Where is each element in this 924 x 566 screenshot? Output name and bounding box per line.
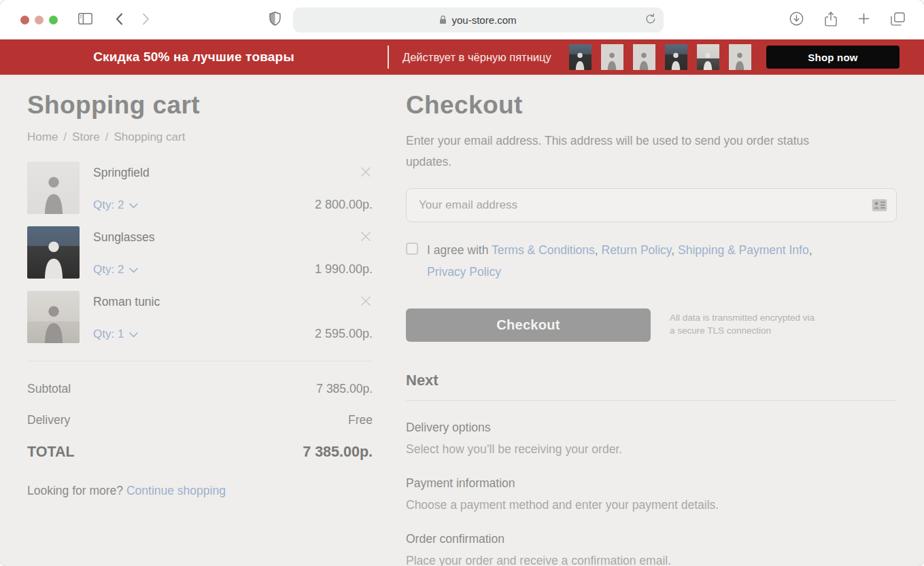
url-text: you-store.com xyxy=(451,14,516,26)
shop-now-button[interactable]: Shop now xyxy=(766,46,900,69)
share-icon xyxy=(825,12,837,29)
chevron-down-icon xyxy=(129,198,138,212)
cart-items-list: Springfield Qty: 2 2 800.00р. Sunglasse xyxy=(27,162,373,343)
total-label: TOTAL xyxy=(27,444,75,461)
plus-icon xyxy=(858,13,870,26)
delivery-row: Delivery Free xyxy=(27,413,373,427)
breadcrumb-store[interactable]: Store xyxy=(72,130,100,143)
breadcrumb-current: Shopping cart xyxy=(114,130,185,143)
remove-item-button[interactable] xyxy=(359,294,373,310)
page-content: Shopping cart Home/Store/Shopping cart S… xyxy=(0,75,924,566)
close-icon xyxy=(360,231,371,244)
breadcrumb-home[interactable]: Home xyxy=(27,130,58,143)
reload-button[interactable] xyxy=(645,13,656,26)
product-name: Springfield xyxy=(93,166,150,180)
downloads-button[interactable] xyxy=(788,10,805,29)
step-title: Delivery options xyxy=(406,421,897,435)
return-policy-link[interactable]: Return Policy xyxy=(602,243,672,257)
promo-thumbnail-1 xyxy=(569,44,592,70)
close-window-button[interactable] xyxy=(20,16,29,24)
looking-for-more-text: Looking for more? xyxy=(27,484,123,497)
back-button[interactable] xyxy=(114,12,124,29)
subtotal-row: Subtotal 7 385.00р. xyxy=(27,382,373,396)
cart-panel: Shopping cart Home/Store/Shopping cart S… xyxy=(27,91,373,566)
step-description: Select how you’ll be receiving your orde… xyxy=(406,442,897,457)
step-title: Order confirmation xyxy=(406,532,897,546)
promo-subtext: Действует в чёрную пятницу xyxy=(403,51,551,64)
continue-shopping-row: Looking for more? Continue shopping xyxy=(27,484,373,498)
autofill-contact-icon[interactable] xyxy=(872,199,887,212)
tls-note: All data is transmitted encrypted via a … xyxy=(670,312,815,338)
agree-checkbox[interactable] xyxy=(406,243,418,255)
promo-headline: Скидка 50% на лучшие товары xyxy=(0,50,388,65)
toolbar-right xyxy=(788,10,906,30)
privacy-shield-icon[interactable] xyxy=(269,12,281,29)
step-description: Choose a payment method and enter your p… xyxy=(406,498,897,512)
checkout-button[interactable]: Checkout xyxy=(406,308,651,342)
step-payment-information: Payment information Choose a payment met… xyxy=(406,476,897,512)
zoom-window-button[interactable] xyxy=(49,16,58,24)
breadcrumb: Home/Store/Shopping cart xyxy=(27,130,373,144)
privacy-policy-link[interactable]: Privacy Policy xyxy=(427,265,501,279)
cart-item-springfield: Springfield Qty: 2 2 800.00р. xyxy=(27,162,373,214)
email-input[interactable] xyxy=(406,188,897,222)
checkout-panel: Checkout Enter your email address. This … xyxy=(406,91,897,566)
remove-item-button[interactable] xyxy=(359,165,373,181)
new-tab-button[interactable] xyxy=(857,12,871,28)
cart-divider xyxy=(27,361,373,361)
cart-item-sunglasses: Sunglasses Qty: 2 1 990.00р. xyxy=(27,226,373,279)
agreement-text: I agree with Terms & Conditions, Return … xyxy=(427,240,812,283)
cart-item-roman-tunic: Roman tunic Qty: 1 2 595.00р. xyxy=(27,291,373,343)
address-bar[interactable]: you-store.com xyxy=(293,7,664,33)
product-name: Roman tunic xyxy=(93,295,160,309)
toolbar-center: you-store.com xyxy=(151,7,781,33)
continue-shopping-link[interactable]: Continue shopping xyxy=(126,484,226,497)
step-order-confirmation: Order confirmation Place your order and … xyxy=(406,532,897,566)
product-price: 2 800.00р. xyxy=(315,198,373,212)
promo-thumbnail-2 xyxy=(601,44,623,70)
promo-thumbnail-5 xyxy=(697,44,719,70)
forward-icon xyxy=(142,13,150,27)
remove-item-button[interactable] xyxy=(359,230,373,245)
step-description: Place your order and receive a confirmat… xyxy=(406,554,897,566)
breadcrumb-separator: / xyxy=(105,130,109,143)
total-value: 7 385.00р. xyxy=(303,444,373,461)
checkout-cta-row: Checkout All data is transmitted encrypt… xyxy=(406,308,897,342)
back-icon xyxy=(116,13,123,27)
next-section-title: Next xyxy=(406,372,897,389)
delivery-value: Free xyxy=(348,413,373,427)
sidebar-icon xyxy=(78,13,92,26)
promo-thumbnail-6 xyxy=(729,44,751,70)
promo-thumbnail-3 xyxy=(633,44,655,70)
delivery-label: Delivery xyxy=(27,413,70,427)
email-field-wrapper xyxy=(406,188,897,222)
download-icon xyxy=(789,12,804,28)
terms-conditions-link[interactable]: Terms & Conditions xyxy=(492,243,595,257)
product-image-roman-tunic[interactable] xyxy=(27,291,80,343)
product-name: Sunglasses xyxy=(93,230,154,245)
close-icon xyxy=(360,296,371,308)
quantity-selector[interactable]: Qty: 2 xyxy=(93,198,138,212)
quantity-selector[interactable]: Qty: 2 xyxy=(93,263,138,277)
checkout-title: Checkout xyxy=(406,91,897,120)
lock-icon xyxy=(439,15,447,24)
quantity-selector[interactable]: Qty: 1 xyxy=(93,328,138,341)
traffic-lights xyxy=(20,16,58,24)
product-price: 2 595.00р. xyxy=(315,327,373,341)
sidebar-toggle-button[interactable] xyxy=(77,12,94,28)
cart-title: Shopping cart xyxy=(27,91,373,120)
promo-thumbnail-4 xyxy=(665,44,687,70)
minimize-window-button[interactable] xyxy=(35,16,44,24)
share-button[interactable] xyxy=(823,10,838,30)
promo-banner: Скидка 50% на лучшие товары Действует в … xyxy=(0,39,924,75)
tab-overview-button[interactable] xyxy=(889,11,906,29)
reload-icon xyxy=(645,13,656,26)
product-image-springfield[interactable] xyxy=(27,162,80,214)
browser-window: you-store.com Скидка 50% на лучшие товар… xyxy=(0,0,924,566)
forward-button[interactable] xyxy=(141,12,151,29)
checkout-intro: Enter your email address. This address w… xyxy=(406,130,841,172)
product-image-sunglasses[interactable] xyxy=(27,226,80,279)
shipping-payment-info-link[interactable]: Shipping & Payment Info xyxy=(678,243,809,257)
step-delivery-options: Delivery options Select how you’ll be re… xyxy=(406,421,897,457)
chevron-down-icon xyxy=(129,328,138,341)
